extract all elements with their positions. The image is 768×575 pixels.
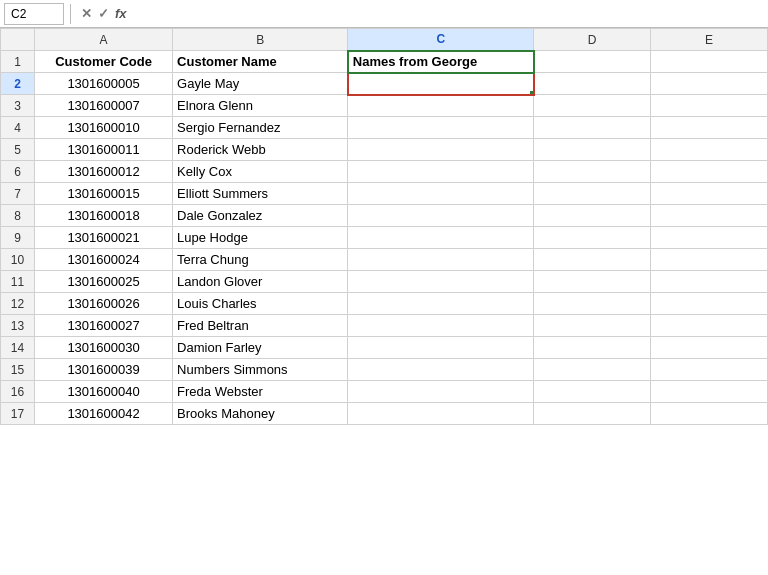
col-d-cell[interactable]	[534, 161, 651, 183]
col-c-cell[interactable]	[348, 183, 534, 205]
col-e-cell[interactable]	[651, 117, 768, 139]
customer-code-cell[interactable]: 1301600018	[34, 205, 172, 227]
col-c-cell[interactable]	[348, 337, 534, 359]
col-e-cell[interactable]	[651, 249, 768, 271]
col-e-cell[interactable]	[651, 315, 768, 337]
col-e-cell[interactable]	[651, 359, 768, 381]
customer-code-cell[interactable]: 1301600021	[34, 227, 172, 249]
col-d-cell[interactable]	[534, 227, 651, 249]
customer-code-cell[interactable]: 1301600042	[34, 403, 172, 425]
col-d-cell[interactable]	[534, 205, 651, 227]
col-c-cell[interactable]	[348, 95, 534, 117]
customer-code-cell[interactable]: 1301600026	[34, 293, 172, 315]
col-e-cell[interactable]	[651, 227, 768, 249]
customer-name-cell[interactable]: Kelly Cox	[173, 161, 348, 183]
customer-name-cell[interactable]: Numbers Simmons	[173, 359, 348, 381]
col-d-cell[interactable]	[534, 117, 651, 139]
row-number: 1	[1, 51, 35, 73]
table-row: 81301600018Dale Gonzalez	[1, 205, 768, 227]
col-a-header[interactable]: Customer Code	[34, 51, 172, 73]
col-e-cell[interactable]	[651, 139, 768, 161]
customer-code-cell[interactable]: 1301600005	[34, 73, 172, 95]
col-d-cell[interactable]	[534, 381, 651, 403]
col-e-cell[interactable]	[651, 161, 768, 183]
customer-name-cell[interactable]: Roderick Webb	[173, 139, 348, 161]
customer-name-cell[interactable]: Damion Farley	[173, 337, 348, 359]
customer-code-cell[interactable]: 1301600024	[34, 249, 172, 271]
col-c-cell[interactable]	[348, 117, 534, 139]
col-header-a[interactable]: A	[34, 29, 172, 51]
formula-bar: C2 ✕ ✓ fx	[0, 0, 768, 28]
col-c-cell[interactable]	[348, 139, 534, 161]
customer-code-cell[interactable]: 1301600030	[34, 337, 172, 359]
col-c-cell[interactable]	[348, 381, 534, 403]
customer-code-cell[interactable]: 1301600027	[34, 315, 172, 337]
customer-name-cell[interactable]: Landon Glover	[173, 271, 348, 293]
c2-selected-cell[interactable]	[348, 73, 534, 95]
customer-name-cell[interactable]: Terra Chung	[173, 249, 348, 271]
col-header-e[interactable]: E	[651, 29, 768, 51]
customer-code-cell[interactable]: 1301600007	[34, 95, 172, 117]
col-c-cell[interactable]	[348, 315, 534, 337]
customer-name-cell[interactable]: Louis Charles	[173, 293, 348, 315]
fx-icon[interactable]: fx	[115, 6, 127, 21]
col-header-d[interactable]: D	[534, 29, 651, 51]
col-e-cell[interactable]	[651, 95, 768, 117]
customer-name-cell[interactable]: Dale Gonzalez	[173, 205, 348, 227]
customer-name-cell[interactable]: Elliott Summers	[173, 183, 348, 205]
col-d-cell[interactable]	[534, 95, 651, 117]
customer-code-cell[interactable]: 1301600010	[34, 117, 172, 139]
col-d-cell[interactable]	[534, 359, 651, 381]
customer-name-cell[interactable]: Fred Beltran	[173, 315, 348, 337]
customer-name-cell[interactable]: Brooks Mahoney	[173, 403, 348, 425]
customer-code-cell[interactable]: 1301600011	[34, 139, 172, 161]
col-e-cell[interactable]	[651, 51, 768, 73]
confirm-icon[interactable]: ✓	[98, 6, 109, 21]
customer-name-cell[interactable]: Freda Webster	[173, 381, 348, 403]
customer-name-cell[interactable]: Sergio Fernandez	[173, 117, 348, 139]
col-c-cell[interactable]	[348, 161, 534, 183]
col-c-cell[interactable]	[348, 227, 534, 249]
col-e-cell[interactable]	[651, 403, 768, 425]
col-e-cell[interactable]	[651, 293, 768, 315]
customer-name-cell[interactable]: Lupe Hodge	[173, 227, 348, 249]
col-d-cell[interactable]	[534, 73, 651, 95]
col-e-cell[interactable]	[651, 337, 768, 359]
col-d-cell[interactable]	[534, 315, 651, 337]
col-d-cell[interactable]	[534, 403, 651, 425]
cancel-icon[interactable]: ✕	[81, 6, 92, 21]
col-c-cell[interactable]	[348, 205, 534, 227]
col-d-cell[interactable]	[534, 139, 651, 161]
col-c-cell[interactable]	[348, 293, 534, 315]
col-e-cell[interactable]	[651, 381, 768, 403]
col-c-cell[interactable]	[348, 359, 534, 381]
customer-code-cell[interactable]: 1301600015	[34, 183, 172, 205]
formula-input[interactable]	[135, 3, 764, 25]
customer-code-cell[interactable]: 1301600039	[34, 359, 172, 381]
col-d-cell[interactable]	[534, 271, 651, 293]
col-c-cell[interactable]	[348, 403, 534, 425]
customer-name-cell[interactable]: Elnora Glenn	[173, 95, 348, 117]
col-c-cell[interactable]	[348, 271, 534, 293]
row-number: 14	[1, 337, 35, 359]
col-e-cell[interactable]	[651, 183, 768, 205]
col-d-cell[interactable]	[534, 293, 651, 315]
col-b-header[interactable]: Customer Name	[173, 51, 348, 73]
customer-code-cell[interactable]: 1301600025	[34, 271, 172, 293]
customer-name-cell[interactable]: Gayle May	[173, 73, 348, 95]
col-c-cell[interactable]	[348, 249, 534, 271]
col-header-c[interactable]: C	[348, 29, 534, 51]
col-e-cell[interactable]	[651, 205, 768, 227]
col-e-cell[interactable]	[651, 271, 768, 293]
customer-code-cell[interactable]: 1301600012	[34, 161, 172, 183]
col-d-cell[interactable]	[534, 249, 651, 271]
col-e-cell[interactable]	[651, 73, 768, 95]
names-from-george-header[interactable]: Names from George	[348, 51, 534, 73]
cell-reference-box[interactable]: C2	[4, 3, 64, 25]
customer-code-cell[interactable]: 1301600040	[34, 381, 172, 403]
col-d-cell[interactable]	[534, 337, 651, 359]
table-row: 111301600025Landon Glover	[1, 271, 768, 293]
col-d-cell[interactable]	[534, 51, 651, 73]
col-d-cell[interactable]	[534, 183, 651, 205]
col-header-b[interactable]: B	[173, 29, 348, 51]
